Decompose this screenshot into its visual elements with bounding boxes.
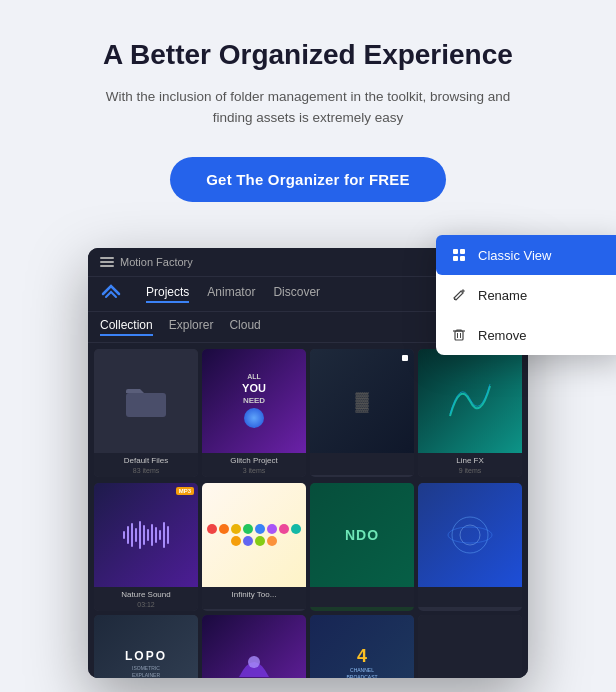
grid-item-infinity-tools[interactable]: Infinity Too...: [202, 483, 306, 611]
abstract-graphic: [445, 510, 495, 560]
grid-item-purple[interactable]: [202, 615, 306, 678]
sub-tabs: Collection Explorer Cloud: [100, 318, 261, 336]
nav-tab-projects[interactable]: Projects: [146, 285, 189, 303]
item-sublabel: 03:12: [94, 601, 198, 611]
context-item-rename[interactable]: Rename: [436, 275, 616, 315]
item-label: [310, 453, 414, 465]
balls-graphic: [202, 521, 306, 549]
grid-item-ndo[interactable]: NDO: [310, 483, 414, 611]
cta-button[interactable]: Get The Organizer for FREE: [170, 157, 446, 202]
nav-tabs: Projects Animator Discover: [146, 285, 468, 303]
grid-item-empty: [418, 615, 522, 678]
pencil-icon: [450, 286, 468, 304]
hero-subtitle: With the inclusion of folder management …: [60, 86, 556, 129]
item-sublabel: [418, 599, 522, 607]
context-menu: Classic View ➠ Rename Remove: [436, 235, 616, 355]
grid-icon: [450, 246, 468, 264]
svg-rect-0: [126, 393, 166, 417]
item-label: Infinity Too...: [202, 587, 306, 601]
nav-tab-animator[interactable]: Animator: [207, 285, 255, 303]
svg-rect-6: [460, 249, 465, 254]
hero-title: A Better Organized Experience: [60, 38, 556, 72]
item-sublabel: 3 items: [202, 467, 306, 477]
rename-label: Rename: [478, 288, 527, 303]
svg-point-3: [448, 527, 492, 543]
trash-icon: [450, 326, 468, 344]
grid-item-default-files[interactable]: Default Files 83 items: [94, 349, 198, 477]
grid-item-lopo[interactable]: LOPO ISOMETRICEXPLAINERTOOLKIT: [94, 615, 198, 678]
grid-item-dark[interactable]: ▓: [310, 349, 414, 477]
item-sublabel: [310, 599, 414, 607]
item-sublabel: 9 items: [418, 467, 522, 477]
grid-item-glitch-project[interactable]: ALL YOU NEED Glitch Project 3 items: [202, 349, 306, 477]
context-item-remove[interactable]: Remove: [436, 315, 616, 355]
svg-point-2: [460, 525, 480, 545]
item-label: Line FX: [418, 453, 522, 467]
grid-item-line-fx[interactable]: Line FX 9 items: [418, 349, 522, 477]
purple-graphic: [229, 642, 279, 678]
item-sublabel: 83 items: [94, 467, 198, 477]
item-sublabel: [310, 465, 414, 475]
grid-row-1: Default Files 83 items ALL YOU NEED Glit…: [88, 343, 528, 483]
app-logo: [100, 283, 122, 305]
grid-row-3: LOPO ISOMETRICEXPLAINERTOOLKIT 4 CHANNEL…: [88, 615, 528, 678]
hero-section: A Better Organized Experience With the i…: [0, 0, 616, 232]
item-label: Nature Sound: [94, 587, 198, 601]
svg-point-4: [248, 656, 260, 668]
sub-tab-explorer[interactable]: Explorer: [169, 318, 214, 336]
item-sublabel: [202, 601, 306, 609]
classic-view-label: Classic View: [478, 248, 551, 263]
svg-rect-7: [453, 256, 458, 261]
grid-item-broadcast[interactable]: 4 CHANNELBROADCASTPACKAGE: [310, 615, 414, 678]
title-bar-left: Motion Factory: [100, 256, 193, 268]
item-label: [310, 587, 414, 599]
context-item-classic-view[interactable]: Classic View ➠: [436, 235, 616, 275]
sub-tab-collection[interactable]: Collection: [100, 318, 153, 336]
grid-item-abstract[interactable]: [418, 483, 522, 611]
nav-tab-discover[interactable]: Discover: [273, 285, 320, 303]
sub-tab-cloud[interactable]: Cloud: [229, 318, 260, 336]
folder-icon: [124, 383, 168, 419]
mp3-badge: MP3: [176, 487, 194, 495]
remove-label: Remove: [478, 328, 526, 343]
item-label: Glitch Project: [202, 453, 306, 467]
svg-rect-9: [455, 331, 463, 340]
item-label: [418, 587, 522, 599]
menu-icon[interactable]: [100, 257, 114, 267]
svg-rect-8: [460, 256, 465, 261]
waveform-graphic: [119, 520, 174, 550]
line-fx-graphic: [440, 376, 500, 426]
grid-item-nature-sound[interactable]: MP3 Nature Sound 03:12: [94, 483, 198, 611]
app-title: Motion Factory: [120, 256, 193, 268]
grid-row-2: MP3 Nature Sound 03:12: [88, 483, 528, 615]
svg-rect-5: [453, 249, 458, 254]
item-label: Default Files: [94, 453, 198, 467]
svg-point-1: [452, 517, 488, 553]
